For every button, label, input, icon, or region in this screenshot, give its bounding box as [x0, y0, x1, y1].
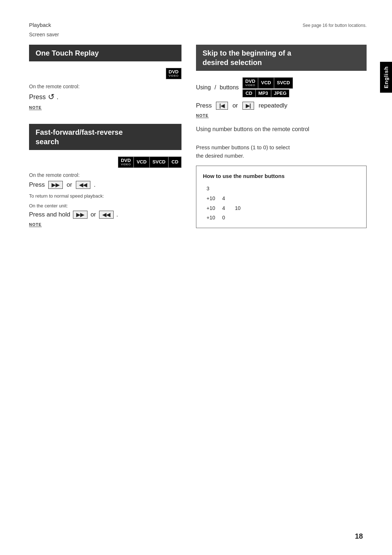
screen-saver-label: Screen saver: [29, 32, 367, 37]
fast-forward-title: Fast-forward/fast-reverse search: [29, 124, 181, 150]
ff-button2: ◀◀: [76, 181, 90, 189]
mp3-badge-skip: MP3: [256, 89, 271, 97]
how-to-row-3: +10 4 10: [207, 203, 360, 213]
next-button: ▶|: [242, 102, 254, 110]
left-column: One Touch Replay DVD VIDEO On the remote…: [29, 45, 181, 230]
page-number: 18: [355, 532, 363, 540]
page-note: See page 16 for button locations.: [303, 23, 367, 28]
skip-section: Skip to the beginning of a desired selec…: [196, 45, 367, 133]
prev-button: |◀: [216, 102, 228, 110]
fast-forward-section: Fast-forward/fast-reverse search DVD VID…: [29, 124, 181, 230]
skip-badge-group: DVD VIDEO VCD SVCD C: [242, 77, 293, 97]
breadcrumb: Playback: [29, 22, 51, 28]
press-hold-label: Press and hold: [29, 211, 70, 218]
right-column: Skip to the beginning of a desired selec…: [196, 45, 367, 230]
hold-button1: ▶▶: [73, 211, 87, 219]
svcd-badge-ff: SVCD: [150, 157, 168, 168]
ff-press-label: Press: [29, 181, 45, 189]
on-remote-label: On the remote control:: [29, 84, 181, 89]
repeatedly-label: repeatedly: [258, 102, 287, 109]
to-return-label: To return to normal speed playback:: [29, 193, 181, 199]
ff-on-remote-label: On the remote control:: [29, 172, 181, 178]
how-to-title: How to use the number buttons: [203, 171, 360, 181]
replay-symbol: ↺: [48, 92, 54, 102]
dvd-badge-ff: DVD VIDEO: [118, 157, 134, 168]
cd-badge-skip: CD: [242, 89, 256, 97]
how-to-table: 3 +10 4 +10 4 10 +10 0: [203, 184, 360, 222]
how-to-row-4: +10 0: [207, 213, 360, 223]
hold-or-label: or: [90, 211, 96, 218]
ff-dot: .: [94, 181, 96, 189]
on-center-label: On the center unit:: [29, 203, 181, 208]
one-touch-replay-title: One Touch Replay: [29, 45, 181, 61]
press-dot: .: [57, 93, 58, 101]
press-hold-row: Press and hold ▶▶ or ◀◀ .: [29, 211, 181, 219]
number-select-section: Press number buttons (1 to 0) to select …: [196, 143, 367, 228]
ff-button1: ▶▶: [48, 181, 63, 189]
or-r-label: or: [232, 102, 238, 109]
press-c-row: Press ↺ .: [29, 92, 181, 102]
using-row: Using / buttons DVD VIDEO VCD: [196, 77, 367, 97]
language-tab: English: [380, 62, 392, 93]
replay-badge-row: DVD VIDEO: [29, 68, 181, 79]
ff-note-label: NOTE: [29, 222, 42, 227]
hold-dot: .: [117, 211, 118, 218]
fast-badges-row: DVD VIDEO VCD SVCD CD: [29, 157, 181, 168]
replay-note-label: NOTE: [29, 105, 42, 110]
skip-note-label: NOTE: [196, 113, 209, 118]
ff-or-label: or: [66, 181, 72, 189]
press-label: Press: [29, 93, 46, 101]
dvd-badge-skip: DVD VIDEO: [242, 77, 258, 89]
press-r-label: Press: [196, 102, 212, 109]
how-to-box: How to use the number buttons 3 +10 4 +1…: [196, 166, 367, 228]
ff-press-or-row: Press ▶▶ or ◀◀ .: [29, 181, 181, 189]
press-repeatedly-row: Press |◀ or ▶| repeatedly: [196, 102, 367, 110]
buttons-label: buttons: [220, 84, 238, 91]
how-to-row-2: +10 4: [207, 194, 360, 203]
one-touch-replay-section: One Touch Replay DVD VIDEO On the remote…: [29, 45, 181, 113]
jpeg-badge-skip: JPEG: [271, 89, 290, 97]
num-select-text: Press number buttons (1 to 0) to select …: [196, 143, 367, 160]
slash: /: [215, 84, 216, 91]
dvd-badge: DVD VIDEO: [166, 68, 181, 79]
vcd-badge-skip: VCD: [258, 77, 274, 89]
skip-title: Skip to the beginning of a desired selec…: [196, 45, 367, 71]
how-to-row-1: 3: [207, 184, 360, 194]
vcd-badge-ff: VCD: [134, 157, 149, 168]
number-buttons-text: Using number buttons on the remote contr…: [196, 126, 367, 133]
using-label: Using: [196, 84, 211, 91]
header-row: Playback See page 16 for button location…: [29, 22, 367, 28]
svcd-badge-skip: SVCD: [274, 77, 293, 89]
cd-badge-ff: CD: [168, 157, 181, 168]
hold-button2: ◀◀: [99, 211, 114, 219]
